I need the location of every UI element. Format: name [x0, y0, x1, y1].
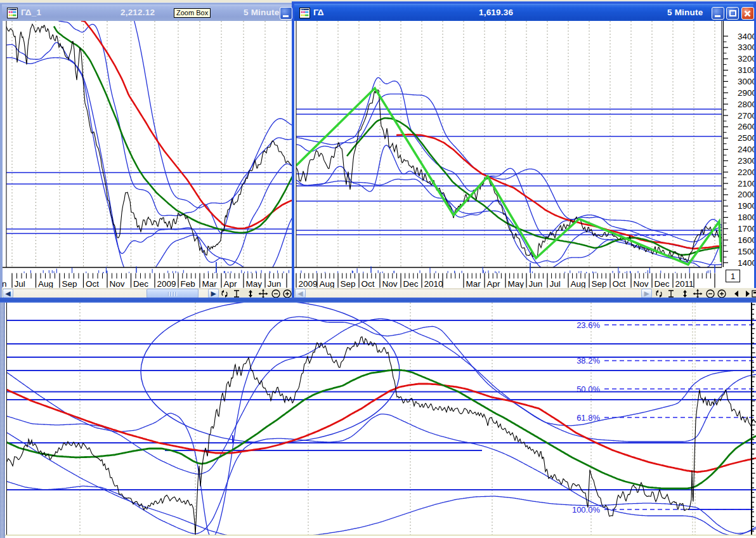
svg-text:2009: 2009	[157, 279, 176, 289]
svg-text:Dec: Dec	[403, 279, 419, 289]
svg-text:Apr: Apr	[487, 279, 501, 289]
svg-text:Sep: Sep	[592, 279, 607, 289]
svg-text:Oct: Oct	[613, 279, 626, 289]
svg-text:3000: 3000	[738, 77, 754, 86]
svg-text:1500: 1500	[738, 247, 754, 256]
svg-text:Aug: Aug	[320, 279, 335, 289]
svg-text:Nov: Nov	[634, 279, 649, 289]
svg-text:1: 1	[731, 272, 735, 281]
svg-text:38.2%: 38.2%	[577, 356, 600, 365]
svg-text:Jul: Jul	[550, 279, 561, 289]
svg-text:Jun: Jun	[268, 279, 282, 289]
svg-text:Mar: Mar	[202, 279, 218, 289]
svg-text:Sep: Sep	[341, 279, 356, 289]
svg-text:3400: 3400	[738, 32, 754, 41]
svg-text:Oct: Oct	[86, 279, 99, 289]
svg-text:2300: 2300	[738, 156, 754, 166]
svg-text:1600: 1600	[738, 235, 754, 245]
svg-text:Aug: Aug	[38, 279, 53, 289]
svg-text:1800: 1800	[738, 213, 754, 222]
svg-text:Aug: Aug	[571, 279, 586, 289]
svg-text:1400: 1400	[738, 258, 754, 268]
svg-text:23.6%: 23.6%	[577, 320, 600, 330]
svg-text:Jul: Jul	[15, 279, 25, 289]
svg-text:1900: 1900	[738, 201, 754, 211]
svg-text:100.0%: 100.0%	[572, 505, 601, 515]
svg-text:2400: 2400	[738, 145, 754, 154]
svg-text:2600: 2600	[738, 122, 754, 131]
svg-text:2900: 2900	[738, 88, 754, 98]
svg-text:Jun: Jun	[529, 279, 543, 289]
svg-text:2011: 2011	[675, 279, 694, 289]
svg-text:Nov: Nov	[382, 279, 398, 289]
svg-text:Dec: Dec	[133, 279, 148, 289]
svg-text:2700: 2700	[738, 111, 754, 121]
svg-text:2800: 2800	[738, 100, 754, 109]
svg-text:Apr: Apr	[224, 279, 238, 289]
svg-text:3300: 3300	[738, 43, 754, 52]
svg-text:3100: 3100	[738, 65, 754, 75]
svg-text:May: May	[508, 279, 525, 289]
svg-text:2009: 2009	[299, 279, 318, 289]
svg-text:Feb: Feb	[181, 279, 195, 289]
svg-text:3200: 3200	[738, 54, 754, 63]
svg-text:Nov: Nov	[110, 279, 125, 289]
svg-text:2100: 2100	[738, 179, 754, 188]
svg-text:50.0%: 50.0%	[577, 384, 600, 394]
svg-text:Oct: Oct	[362, 279, 375, 289]
svg-text:Sep: Sep	[62, 279, 77, 289]
svg-text:2000: 2000	[738, 190, 754, 199]
svg-text:2010: 2010	[424, 279, 443, 289]
svg-text:2200: 2200	[738, 167, 754, 177]
svg-text:1700: 1700	[738, 224, 754, 233]
svg-text:Mar: Mar	[466, 279, 481, 289]
svg-text:Dec: Dec	[655, 279, 670, 289]
svg-text:2500: 2500	[738, 133, 754, 143]
svg-text:May: May	[246, 279, 263, 289]
svg-text:n: n	[3, 279, 7, 289]
